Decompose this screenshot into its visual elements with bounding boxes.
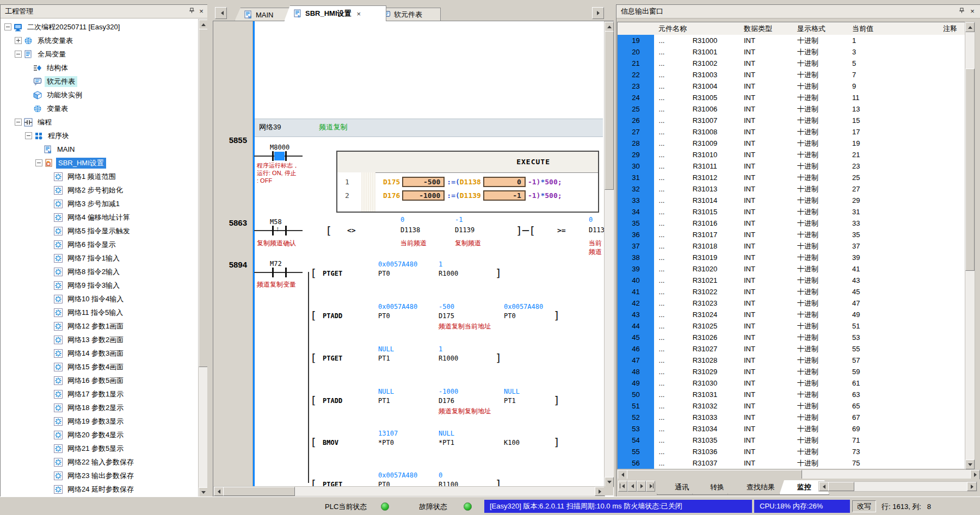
cell-type[interactable]: INT: [741, 149, 798, 161]
row-number-cell[interactable]: 48: [618, 366, 655, 378]
row-number-cell[interactable]: 34: [618, 206, 655, 218]
cell-format[interactable]: 十进制: [794, 435, 853, 446]
cell-name[interactable]: R31036: [669, 446, 741, 458]
cell-type[interactable]: INT: [741, 115, 798, 127]
cell-type[interactable]: INT: [741, 366, 798, 378]
cell-comment[interactable]: [940, 286, 966, 298]
row-number-cell[interactable]: 37: [618, 240, 655, 252]
column-header-元件名称[interactable]: 元件名称: [654, 22, 745, 35]
tabstrip-scrollbar[interactable]: [818, 481, 977, 492]
instruction-operand[interactable]: PT1: [378, 397, 390, 405]
cell-comment[interactable]: [940, 58, 966, 70]
cell-name[interactable]: R31002: [669, 58, 741, 70]
cell-comment[interactable]: [940, 309, 966, 321]
cell-dots[interactable]: ...: [654, 377, 670, 389]
tree-item-网络23-输出参数保存[interactable]: 网络23 输出参数保存: [46, 469, 136, 482]
cell-comment[interactable]: [940, 183, 966, 195]
cell-format[interactable]: 十进制: [794, 126, 853, 138]
row-number-cell[interactable]: 19: [618, 35, 655, 47]
cell-type[interactable]: INT: [741, 92, 798, 104]
tree-item-功能块实例[interactable]: 功能块实例: [25, 88, 84, 102]
instruction-operand[interactable]: D176: [439, 397, 454, 405]
cell-value[interactable]: 5: [849, 58, 944, 70]
cell-value[interactable]: 1: [849, 35, 944, 47]
tree-item-结构体[interactable]: 结构体: [25, 61, 70, 75]
cell-name[interactable]: R31004: [669, 80, 741, 92]
row-number-cell[interactable]: 56: [618, 457, 655, 469]
tree-item-网络6-指令显示[interactable]: 网络6 指令显示: [46, 238, 118, 251]
operand-device[interactable]: D1138: [400, 226, 420, 234]
tree-item-网络15-参数4画面[interactable]: 网络15 参数4画面: [46, 360, 126, 374]
cell-format[interactable]: 十进制: [794, 320, 853, 332]
cell-format[interactable]: 十进制: [794, 92, 853, 104]
row-number-cell[interactable]: 51: [618, 400, 655, 412]
cell-type[interactable]: INT: [741, 183, 798, 195]
cell-value[interactable]: 31: [849, 206, 944, 218]
close-icon[interactable]: ×: [197, 7, 206, 16]
cell-type[interactable]: INT: [741, 412, 798, 424]
cell-dots[interactable]: ...: [654, 252, 670, 264]
cell-type[interactable]: INT: [741, 400, 798, 412]
row-number-cell[interactable]: 24: [618, 92, 655, 104]
tree-item-网络21-参数5显示[interactable]: 网络21 参数5显示: [46, 442, 126, 455]
row-number-cell[interactable]: 35: [618, 218, 655, 229]
tab-scroll-left-button[interactable]: [215, 7, 227, 19]
cell-dots[interactable]: ...: [654, 218, 670, 229]
cell-comment[interactable]: [940, 389, 966, 401]
cell-format[interactable]: 十进制: [794, 172, 853, 184]
cell-type[interactable]: INT: [741, 263, 798, 275]
cell-name[interactable]: R31032: [669, 400, 741, 412]
cell-comment[interactable]: [940, 457, 966, 469]
cell-type[interactable]: INT: [741, 355, 798, 367]
cell-format[interactable]: 十进制: [794, 400, 853, 412]
cell-comment[interactable]: [940, 320, 966, 332]
cell-comment[interactable]: [940, 126, 966, 138]
cell-comment[interactable]: [940, 138, 966, 150]
cell-value[interactable]: 61: [849, 377, 944, 389]
instruction-name[interactable]: PTADD: [323, 312, 342, 320]
instruction-operand[interactable]: K100: [504, 439, 520, 446]
scroll-left-icon[interactable]: [819, 482, 829, 491]
cell-type[interactable]: INT: [741, 103, 798, 115]
cell-value[interactable]: 65: [849, 400, 944, 412]
cell-type[interactable]: INT: [741, 457, 798, 469]
cell-format[interactable]: 十进制: [794, 366, 853, 378]
cell-value[interactable]: 41: [849, 263, 944, 275]
tab-close-icon[interactable]: ×: [357, 10, 361, 18]
cell-value[interactable]: 55: [849, 343, 944, 355]
cell-name[interactable]: R31025: [669, 320, 741, 332]
cell-value[interactable]: 47: [849, 297, 944, 309]
cell-comment[interactable]: [940, 423, 966, 435]
tree-item-网络9-指令3输入[interactable]: 网络9 指令3输入: [46, 278, 122, 292]
cell-value[interactable]: 17: [849, 126, 944, 138]
row-number-cell[interactable]: 21: [618, 58, 655, 70]
cell-name[interactable]: R31005: [669, 92, 741, 104]
cell-format[interactable]: 十进制: [794, 389, 853, 401]
cell-name[interactable]: R31019: [669, 252, 741, 264]
cell-comment[interactable]: [940, 172, 966, 184]
cell-name[interactable]: R31031: [669, 389, 741, 401]
cell-comment[interactable]: [940, 103, 966, 115]
cell-dots[interactable]: ...: [654, 160, 670, 172]
cell-type[interactable]: INT: [741, 218, 798, 229]
cell-value[interactable]: 21: [849, 149, 944, 161]
cell-comment[interactable]: [940, 343, 966, 355]
cell-dots[interactable]: ...: [654, 80, 670, 92]
scroll-up-icon[interactable]: [199, 20, 208, 29]
cell-format[interactable]: 十进制: [794, 103, 853, 115]
tree-item-网络20-参数4显示[interactable]: 网络20 参数4显示: [46, 428, 126, 442]
cell-type[interactable]: INT: [741, 343, 798, 355]
cell-name[interactable]: R31028: [669, 355, 741, 367]
cell-dots[interactable]: ...: [654, 446, 670, 458]
cell-format[interactable]: 十进制: [794, 115, 853, 127]
cell-format[interactable]: 十进制: [794, 149, 853, 161]
row-number-cell[interactable]: 33: [618, 195, 655, 207]
cell-dots[interactable]: ...: [654, 423, 670, 435]
row-number-cell[interactable]: 44: [618, 320, 655, 332]
cell-comment[interactable]: [940, 446, 966, 458]
tree-item-网络10-指令4输入[interactable]: 网络10 指令4输入: [46, 292, 126, 306]
tree-item-网络17-参数1显示[interactable]: 网络17 参数1显示: [46, 387, 126, 401]
scroll-up-icon[interactable]: [965, 22, 975, 32]
cell-dots[interactable]: ...: [654, 332, 670, 344]
cell-type[interactable]: INT: [741, 35, 798, 47]
